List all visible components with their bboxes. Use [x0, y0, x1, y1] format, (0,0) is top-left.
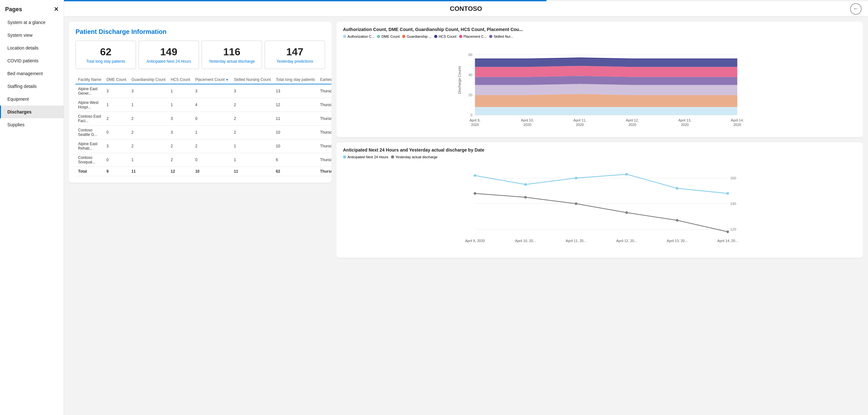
legend-dot: [402, 35, 405, 38]
cell-dme: 3: [104, 139, 129, 153]
svg-text:2020: 2020: [523, 123, 531, 127]
svg-text:2020: 2020: [681, 123, 688, 127]
col-guardianship[interactable]: Guardianship Count: [129, 75, 168, 84]
sidebar-item-equipment[interactable]: Equipment: [0, 93, 64, 105]
legend-dot: [459, 35, 462, 38]
svg-text:2020: 2020: [471, 123, 478, 127]
legend-item: Yesterday actual discharge: [391, 155, 438, 159]
legend-dot: [377, 35, 380, 38]
svg-point-38: [726, 192, 729, 195]
col-skilled[interactable]: Skilled Nursing Count: [231, 75, 273, 84]
sidebar-item-bed-management[interactable]: Bed management: [0, 67, 64, 80]
svg-point-42: [625, 211, 628, 214]
back-button[interactable]: ←: [850, 3, 862, 15]
cell-guardianship: 3: [129, 84, 168, 98]
cell-earliest: Thursday, April 9, 2020: [317, 126, 332, 139]
sidebar-item-staffing-details[interactable]: Staffing details: [0, 80, 64, 93]
close-icon[interactable]: ✕: [54, 6, 59, 13]
legend-label: Anticipated Next 24 Hours: [347, 155, 389, 159]
cell-hcs: 12: [168, 167, 193, 176]
top-chart-card: Authorization Count, DME Count, Guardian…: [337, 22, 863, 137]
legend-label: Skilled Nur...: [494, 35, 514, 38]
svg-marker-14: [475, 58, 738, 67]
bottom-chart-card: Anticipated Next 24 Hours and Yesterday …: [337, 142, 863, 258]
legend-item: Anticipated Next 24 Hours: [343, 155, 389, 159]
svg-text:April 14,: April 14,: [731, 118, 744, 122]
sidebar-item-discharges[interactable]: Discharges: [0, 105, 64, 118]
legend-item: Placement C...: [459, 35, 487, 38]
cell-placement: 10: [193, 167, 231, 176]
table-row: Contoso Seattle G...0231210Thursday, Apr…: [75, 126, 332, 139]
legend-label: Authorization C...: [347, 35, 374, 38]
cell-skilled: 1: [231, 153, 273, 167]
cell-hcs: 3: [168, 126, 193, 139]
kpi-number: 116: [206, 46, 258, 58]
main-area: CONTOSO ← Patient Discharge Information …: [64, 0, 868, 415]
svg-marker-11: [475, 84, 738, 95]
legend-dot: [343, 35, 346, 38]
cell-dme: 1: [104, 98, 129, 112]
cell-hcs: 3: [168, 112, 193, 126]
legend-label: HCS Count: [439, 35, 457, 38]
cell-earliest: Thursday, April 9, 2020: [317, 167, 332, 176]
col-earliest[interactable]: Earliest Date Taken DateOnly: [317, 75, 332, 84]
svg-text:April 13, 20...: April 13, 20...: [667, 239, 687, 243]
cell-hcs: 1: [168, 98, 193, 112]
cell-facility: Contoso East Faci...: [75, 112, 104, 126]
svg-text:April 13,: April 13,: [678, 118, 691, 122]
svg-point-37: [676, 187, 679, 190]
svg-marker-10: [475, 94, 738, 107]
top-chart-title: Authorization Count, DME Count, Guardian…: [343, 27, 857, 32]
sidebar-header: Pages ✕: [0, 0, 64, 16]
table-row: Total91112101162Thursday, April 9, 2020: [75, 167, 332, 176]
svg-point-33: [474, 174, 476, 177]
svg-point-44: [726, 230, 729, 233]
cell-total_long: 62: [273, 167, 317, 176]
cell-skilled: 2: [231, 98, 273, 112]
cell-total_long: 10: [273, 126, 317, 139]
svg-text:20: 20: [468, 93, 472, 97]
topbar: CONTOSO ←: [64, 1, 868, 17]
sidebar-item-location-details[interactable]: Location details: [0, 41, 64, 54]
cell-placement: 0: [193, 153, 231, 167]
cell-facility: Alpine East Gener...: [75, 84, 104, 98]
table-row: Contoso Snoqual...012016Thursday, April …: [75, 153, 332, 167]
cell-skilled: 11: [231, 167, 273, 176]
svg-marker-13: [475, 66, 738, 77]
sidebar-item-supplies[interactable]: Supplies: [0, 118, 64, 131]
col-total_long[interactable]: Total long stay patients: [273, 75, 317, 84]
col-hcs[interactable]: HCS Count: [168, 75, 193, 84]
svg-text:April 14, 20...: April 14, 20...: [717, 239, 738, 243]
svg-text:April 10,: April 10,: [521, 118, 534, 122]
svg-point-43: [676, 219, 679, 222]
cell-total_long: 10: [273, 139, 317, 153]
cell-dme: 9: [104, 167, 129, 176]
col-facility[interactable]: Facility Name: [75, 75, 104, 84]
cell-dme: 0: [104, 126, 129, 139]
legend-label: DME Count: [381, 35, 400, 38]
cell-earliest: Thursday, April 9, 2020: [317, 139, 332, 153]
cell-skilled: 1: [231, 139, 273, 153]
cell-facility: Alpine West Hospi...: [75, 98, 104, 112]
sidebar-item-covid-patients[interactable]: COVID patients: [0, 54, 64, 67]
svg-marker-12: [475, 76, 738, 85]
legend-label: Placement C...: [464, 35, 487, 38]
top-chart-legend: Authorization C...DME CountGuardianship …: [343, 35, 857, 38]
sidebar-item-system-view[interactable]: System view: [0, 29, 64, 41]
table-body: Alpine East Gener...3313313Thursday, Apr…: [75, 84, 332, 176]
svg-text:April 9,: April 9,: [469, 118, 480, 122]
left-panel: Patient Discharge Information 62Total lo…: [69, 22, 332, 410]
cell-guardianship: 1: [129, 153, 168, 167]
top-chart-svg: 0204060Discharge CountsApril 9,2020April…: [343, 41, 857, 131]
cell-guardianship: 2: [129, 126, 168, 139]
cell-skilled: 2: [231, 112, 273, 126]
col-placement[interactable]: Placement Count ▼: [193, 75, 231, 84]
cell-dme: 2: [104, 112, 129, 126]
sidebar-item-system-glance[interactable]: System at a glance: [0, 16, 64, 29]
svg-text:60: 60: [468, 53, 472, 57]
cell-skilled: 2: [231, 126, 273, 139]
cell-earliest: Thursday, April 9, 2020: [317, 112, 332, 126]
col-dme[interactable]: DME Count: [104, 75, 129, 84]
table-row: Alpine East Rehab...3222110Thursday, Apr…: [75, 139, 332, 153]
sidebar-nav: System at a glanceSystem viewLocation de…: [0, 16, 64, 131]
